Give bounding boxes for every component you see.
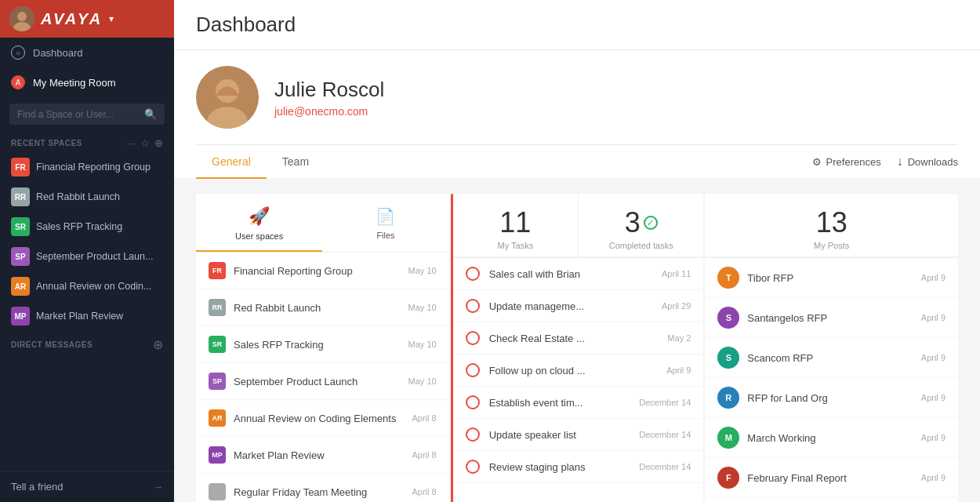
sidebar-space-label: September Product Laun...: [36, 251, 153, 262]
files-button[interactable]: 📄 Files: [322, 194, 448, 252]
post-avatar: S: [717, 347, 739, 369]
gear-icon: ⚙: [812, 156, 822, 168]
sidebar-space-label: Annual Review on Codin...: [36, 281, 151, 292]
card-spaces: 🚀 User spaces 📄 Files FR Financial Repor…: [196, 194, 449, 502]
post-date: April 9: [921, 313, 946, 322]
user-menu[interactable]: AVAYA ▾: [9, 6, 114, 31]
avaya-logo: AVAYA: [41, 10, 103, 28]
post-date: April 9: [921, 353, 946, 362]
list-item[interactable]: MP Market Plan Review April 8: [196, 437, 449, 474]
sidebar-item-my-meeting-room[interactable]: A My Meeting Room: [0, 67, 174, 97]
space-date: April 8: [412, 487, 436, 497]
sidebar-space-sr[interactable]: SR Sales RFP Tracking: [0, 212, 174, 242]
profile-info: Julie Roscol julie@onecmo.com: [274, 78, 384, 118]
dashboard-cards: 🚀 User spaces 📄 Files FR Financial Repor…: [174, 178, 980, 502]
list-item[interactable]: RR Red Rabbit Launch May 10: [196, 289, 449, 326]
space-badge-sr: SR: [11, 217, 30, 236]
post-item[interactable]: M March Working April 9: [705, 418, 958, 458]
sidebar-space-label: Financial Reporting Group: [36, 162, 151, 173]
task-name: Check Real Estate ...: [489, 333, 668, 344]
main-content: Dashboard Julie Roscol julie@onecmo.com …: [174, 0, 980, 502]
post-item[interactable]: S Santangelos RFP April 9: [705, 298, 958, 338]
search-input[interactable]: [17, 109, 140, 120]
space-name: September Product Launch: [234, 376, 408, 387]
list-item[interactable]: SR Sales RFP Tracking May 10: [196, 326, 449, 363]
post-item[interactable]: F February Final Report April 9: [705, 458, 958, 498]
profile-section: Julie Roscol julie@onecmo.com General Te…: [174, 50, 980, 178]
sidebar-item-dashboard[interactable]: ○ Dashboard: [0, 38, 174, 67]
avaya-logo-text: AVAYA: [41, 10, 103, 28]
task-checkbox[interactable]: [466, 267, 480, 281]
space-list-badge: FR: [209, 262, 226, 279]
arrow-right-icon: →: [153, 481, 163, 493]
post-name: March Working: [747, 432, 920, 444]
list-item[interactable]: FR Financial Reporting Group May 10: [196, 253, 449, 289]
add-dm-icon[interactable]: ⊕: [153, 337, 163, 352]
star-icon[interactable]: ☆: [140, 137, 150, 149]
profile-name: Julie Roscol: [274, 78, 384, 102]
task-checkbox[interactable]: [466, 363, 480, 377]
tell-a-friend-label: Tell a friend: [11, 481, 63, 493]
sidebar-space-mp[interactable]: MP Market Plan Review: [0, 301, 174, 331]
preferences-label: Preferences: [826, 156, 881, 168]
post-date: April 9: [921, 273, 946, 282]
space-badge-rr: RR: [11, 187, 30, 206]
post-item[interactable]: T Tibor RFP April 9: [705, 258, 958, 298]
space-name: Annual Review on Coding Elements: [234, 413, 412, 424]
post-avatar: S: [717, 307, 739, 329]
preferences-button[interactable]: ⚙ Preferences: [812, 147, 881, 177]
sidebar: AVAYA ▾ ○ Dashboard A My Meeting Room 🔍 …: [0, 0, 174, 502]
post-name: Scancom RFP: [747, 352, 920, 364]
sidebar-item-label: My Meeting Room: [33, 77, 115, 89]
recent-spaces-actions[interactable]: ··· ☆ ⊕: [127, 137, 163, 149]
more-icon[interactable]: ···: [127, 137, 136, 149]
post-date: April 9: [921, 393, 946, 402]
post-item[interactable]: F February Update-Interim April 9: [705, 498, 958, 502]
search-box[interactable]: 🔍: [9, 104, 165, 125]
space-name: Market Plan Review: [234, 449, 412, 461]
post-avatar: F: [717, 467, 739, 489]
list-item[interactable]: Regular Friday Team Meeting April 8: [196, 474, 449, 502]
task-checkbox[interactable]: [466, 460, 480, 474]
task-item[interactable]: Sales call with Brian April 11: [453, 258, 704, 290]
post-avatar: T: [717, 267, 739, 289]
user-spaces-button[interactable]: 🚀 User spaces: [196, 194, 322, 252]
task-item[interactable]: Update manageme... April 29: [453, 290, 704, 322]
task-item[interactable]: Establish event tim... December 14: [453, 387, 704, 419]
sidebar-footer[interactable]: Tell a friend →: [0, 471, 174, 502]
space-name: Red Rabbit Launch: [234, 302, 408, 314]
tab-general[interactable]: General: [196, 146, 267, 179]
space-list-badge: MP: [209, 446, 226, 464]
space-date: April 8: [412, 450, 436, 460]
chevron-down-icon[interactable]: ▾: [109, 13, 114, 24]
downloads-button[interactable]: ↓ Downloads: [897, 145, 958, 178]
tab-team[interactable]: Team: [267, 146, 325, 179]
add-icon[interactable]: ⊕: [154, 137, 163, 149]
sidebar-space-ar[interactable]: AR Annual Review on Codin...: [0, 271, 174, 301]
task-checkbox[interactable]: [466, 427, 480, 442]
sidebar-space-rr[interactable]: RR Red Rabbit Launch: [0, 182, 174, 212]
profile-email: julie@onecmo.com: [274, 105, 384, 118]
list-item[interactable]: AR Annual Review on Coding Elements Apri…: [196, 400, 449, 437]
task-item[interactable]: Review staging plans December 14: [453, 451, 704, 483]
completed-count: 3: [625, 206, 641, 239]
task-checkbox[interactable]: [466, 299, 480, 313]
space-date: April 8: [412, 413, 436, 423]
post-item[interactable]: R RFP for Land Org April 9: [705, 378, 958, 418]
task-item[interactable]: Check Real Estate ... May 2: [453, 322, 704, 355]
task-item[interactable]: Follow up on cloud ... April 9: [453, 355, 704, 387]
post-item[interactable]: S Scancom RFP April 9: [705, 338, 958, 378]
task-name: Update manageme...: [489, 300, 662, 312]
sidebar-space-sp[interactable]: SP September Product Laun...: [0, 242, 174, 271]
space-list-badge: [209, 483, 226, 500]
task-checkbox[interactable]: [466, 331, 480, 345]
task-checkbox[interactable]: [466, 395, 480, 409]
sidebar-space-fr[interactable]: FR Financial Reporting Group: [0, 152, 174, 182]
list-item[interactable]: SP September Product Launch May 10: [196, 363, 449, 400]
sidebar-item-label: Dashboard: [33, 47, 83, 59]
search-icon: 🔍: [144, 108, 157, 120]
rocket-icon: 🚀: [249, 206, 270, 227]
task-item[interactable]: Update speaker list December 14: [453, 419, 704, 451]
space-badge-mp: MP: [11, 307, 30, 326]
download-icon: ↓: [897, 155, 903, 169]
